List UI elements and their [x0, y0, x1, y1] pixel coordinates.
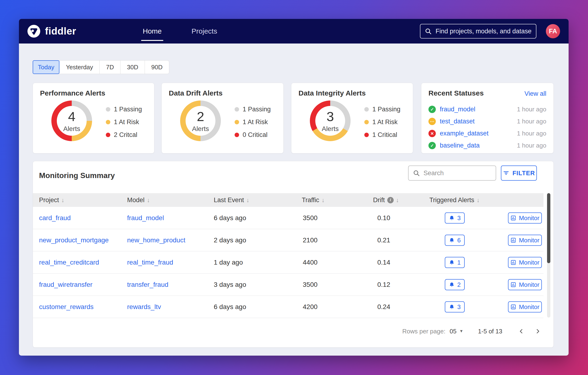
bell-icon — [449, 259, 455, 265]
project-link[interactable]: customer_rewards — [39, 303, 94, 311]
last-event-value: 6 days ago — [214, 303, 246, 311]
column-header-project[interactable]: Project↓ — [39, 193, 64, 207]
time-filter-30d[interactable]: 30D — [120, 60, 145, 74]
column-header-drift[interactable]: Drifti↓ — [373, 193, 399, 207]
time-filter-90d[interactable]: 90D — [145, 60, 169, 74]
success-status-icon: ✓ — [429, 106, 436, 113]
time-filter-today[interactable]: Today — [33, 60, 59, 74]
last-event-value: 1 day ago — [214, 259, 243, 266]
status-link[interactable]: example_dataset — [440, 130, 489, 137]
pending-status-icon: ⋯ — [429, 118, 436, 125]
filter-button[interactable]: FILTER — [501, 165, 537, 181]
bell-icon — [449, 304, 455, 310]
global-search[interactable] — [420, 24, 536, 39]
table-row: card_fraud fraud_model 6 days ago 3500 0… — [33, 207, 544, 229]
monitoring-title: Monitoring Summary — [39, 171, 115, 180]
status-item: ✓ baseline_data 1 hour ago — [429, 140, 546, 152]
model-link[interactable]: fraud_model — [127, 214, 164, 222]
chevron-right-icon — [535, 328, 541, 334]
info-icon[interactable]: i — [387, 197, 394, 203]
passing-dot-icon — [106, 107, 110, 111]
table-scrollbar-thumb[interactable] — [547, 193, 550, 263]
column-header-traffic[interactable]: Traffic↓ — [302, 193, 325, 207]
tab-home[interactable]: Home — [142, 27, 162, 35]
brand[interactable]: fiddler — [27, 19, 76, 43]
monitor-chart-icon — [510, 237, 516, 243]
legend: 1 Passing 1 At Risk 2 Critcal — [106, 106, 142, 139]
at-risk-dot-icon — [235, 120, 239, 124]
bell-icon — [449, 215, 455, 221]
rows-per-page-select[interactable]: 05 ▼ — [450, 328, 463, 335]
triggered-alerts-button[interactable]: 3 — [445, 212, 465, 223]
previous-page-button[interactable] — [516, 326, 526, 336]
monitoring-summary-card: Monitoring Summary FILTER Project↓ Model… — [33, 161, 554, 348]
time-filter-7d[interactable]: 7D — [99, 60, 120, 74]
passing-dot-icon — [364, 107, 369, 111]
monitor-button[interactable]: Monitor — [508, 279, 542, 290]
monitor-chart-icon — [510, 215, 516, 221]
alert-unit: Alerts — [192, 125, 209, 133]
table-header: Project↓ Model↓ Last Event↓ Traffic↓ Dri… — [33, 193, 544, 207]
monitor-button[interactable]: Monitor — [508, 212, 542, 223]
table-row: real_time_creditcard real_time_fraud 1 d… — [33, 251, 544, 274]
at-risk-dot-icon — [364, 120, 369, 124]
status-list: ✓ fraud_model 1 hour ago ⋯ test_dataset … — [429, 103, 546, 152]
triggered-alerts-button[interactable]: 6 — [445, 234, 465, 246]
model-link[interactable]: real_time_fraud — [127, 259, 173, 266]
project-link[interactable]: fraud_wiretransfer — [39, 281, 93, 288]
column-header-model[interactable]: Model↓ — [127, 193, 150, 207]
last-event-value: 3 days ago — [214, 281, 246, 288]
bell-icon — [449, 282, 455, 287]
table-search[interactable] — [408, 165, 496, 181]
monitor-button[interactable]: Monitor — [508, 234, 542, 246]
navbar: fiddler Home Projects FA — [19, 19, 569, 43]
project-link[interactable]: real_time_creditcard — [39, 259, 99, 266]
next-page-button[interactable] — [533, 326, 543, 336]
at-risk-dot-icon — [106, 120, 110, 124]
model-link[interactable]: new_home_product — [127, 236, 185, 244]
tab-projects[interactable]: Projects — [191, 27, 218, 35]
table-scrollbar-track[interactable] — [547, 193, 550, 318]
view-all-link[interactable]: View all — [524, 90, 546, 97]
global-search-input[interactable] — [436, 28, 532, 35]
drift-value: 0.14 — [377, 259, 390, 266]
alert-count: 3 — [326, 110, 334, 123]
project-link[interactable]: new_product_mortgage — [39, 236, 109, 244]
search-icon — [425, 28, 432, 35]
status-item: ✓ fraud_model 1 hour ago — [429, 103, 546, 115]
avatar[interactable]: FA — [546, 24, 560, 38]
triggered-alerts-button[interactable]: 2 — [445, 279, 465, 290]
monitor-button[interactable]: Monitor — [508, 257, 542, 268]
chevron-left-icon — [518, 328, 524, 334]
traffic-value: 4200 — [303, 303, 317, 311]
traffic-value: 4400 — [303, 259, 317, 266]
model-link[interactable]: transfer_fraud — [127, 281, 168, 288]
last-event-value: 2 days ago — [214, 236, 246, 244]
status-time: 1 hour ago — [517, 130, 546, 137]
status-item: ⋯ test_dataset 1 hour ago — [429, 115, 546, 127]
data-drift-alerts-card: Data Drift Alerts 2 Alerts 1 Passing 1 A… — [161, 83, 284, 153]
search-icon — [413, 170, 420, 177]
column-header-last-event[interactable]: Last Event↓ — [214, 193, 249, 207]
project-link[interactable]: card_fraud — [39, 214, 71, 222]
error-status-icon: ✕ — [429, 130, 436, 137]
integrity-donut-chart: 3 Alerts — [310, 101, 351, 141]
monitor-button[interactable]: Monitor — [508, 301, 542, 312]
passing-dot-icon — [235, 107, 239, 111]
app-window: fiddler Home Projects FA Today Yesterday… — [19, 19, 569, 356]
status-link[interactable]: fraud_model — [440, 106, 475, 113]
time-filter-yesterday[interactable]: Yesterday — [59, 60, 100, 74]
triggered-alerts-button[interactable]: 3 — [445, 301, 465, 312]
column-header-triggered-alerts[interactable]: Triggered Alerts↓ — [429, 193, 480, 207]
model-link[interactable]: rewards_ltv — [127, 303, 161, 311]
card-title: Data Integrity Alerts — [298, 89, 366, 97]
drift-value: 0.21 — [377, 236, 390, 244]
drift-value: 0.24 — [377, 303, 390, 311]
card-title: Recent Statuses — [429, 89, 483, 97]
card-title: Performance Alerts — [40, 89, 105, 97]
status-link[interactable]: baseline_data — [440, 142, 480, 149]
status-link[interactable]: test_dataset — [440, 118, 475, 125]
triggered-alerts-button[interactable]: 1 — [445, 257, 465, 268]
dropdown-caret-icon: ▼ — [460, 329, 463, 334]
table-search-input[interactable] — [423, 170, 491, 177]
